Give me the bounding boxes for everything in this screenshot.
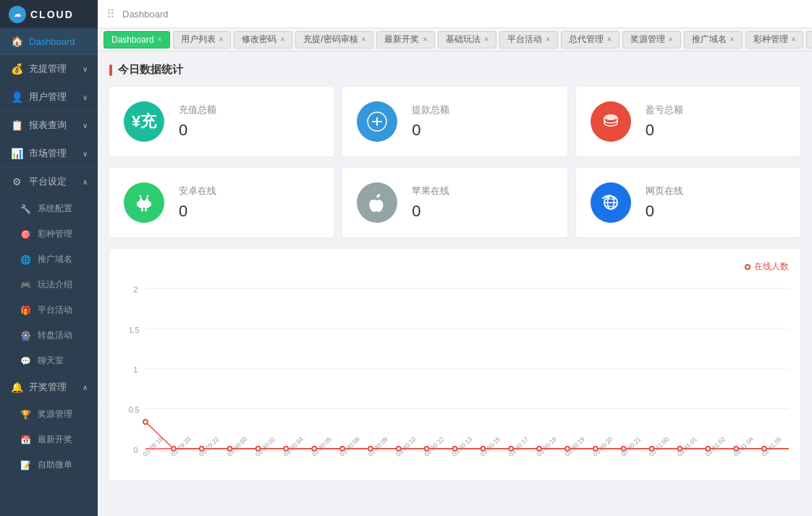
ie-icon <box>591 182 631 223</box>
settings-icon: 🔧 <box>20 204 32 214</box>
sidebar-sub-label: 聊天室 <box>38 355 64 367</box>
tab-close-icon[interactable]: × <box>669 35 673 43</box>
sidebar-sub-label: 奖源管理 <box>38 408 72 420</box>
sidebar-item-draw-mgmt[interactable]: 🔔 开奖管理 ∧ <box>0 373 98 402</box>
stat-card-withdraw: 提款总额 0 <box>342 87 567 156</box>
trophy-icon: 🏆 <box>20 410 32 420</box>
sidebar-item-gameplay[interactable]: 🎮 玩法介绍 <box>0 272 98 297</box>
legend-label: 在线人数 <box>754 261 789 273</box>
topbar: ⠿ Dashboard <box>98 0 812 28</box>
stat-card-apple: 苹果在线 0 <box>342 168 567 237</box>
tab-close-icon[interactable]: × <box>607 35 612 43</box>
sidebar-item-users[interactable]: 👤 用户管理 ∨ <box>0 83 98 111</box>
sidebar-sub-label: 自助微单 <box>38 459 72 471</box>
tab-gameplay[interactable]: 基础玩法 × <box>438 31 496 48</box>
tab-close-icon[interactable]: × <box>792 35 796 43</box>
home-icon: 🏠 <box>10 35 23 47</box>
sidebar-item-market[interactable]: 📊 市场管理 ∨ <box>0 140 98 168</box>
tabbar: Dashboard × 用户列表 × 修改密码 × 充提/密码审核 × 最新开奖… <box>98 28 812 51</box>
sidebar-item-label: 开奖管理 <box>29 381 83 394</box>
svg-text:1.5: 1.5 <box>129 326 140 334</box>
sidebar-sub-label: 最新开奖 <box>38 433 72 446</box>
sidebar-sub-label: 彩种管理 <box>38 228 72 240</box>
sidebar-item-lottery[interactable]: 🎯 彩种管理 <box>0 221 98 247</box>
sidebar-item-latest-draw[interactable]: 📅 最新开奖 <box>0 427 98 452</box>
sidebar-item-promo-domain[interactable]: 🌐 推广域名 <box>0 247 98 272</box>
logo-text: CLOUD <box>30 9 74 20</box>
recharge-label: 充值总额 <box>179 103 216 117</box>
sidebar-item-prize-mgmt[interactable]: 🏆 奖源管理 <box>0 402 98 427</box>
sidebar-item-recharge[interactable]: 💰 充提管理 ∨ <box>0 55 98 83</box>
chevron-down-icon: ∨ <box>83 65 88 73</box>
stat-card-recharge: ¥充 充值总额 0 <box>109 87 334 156</box>
tab-lottery-mgmt[interactable]: 彩种管理 × <box>745 31 804 48</box>
svg-text:0.5: 0.5 <box>129 405 140 414</box>
turntable-icon: 🎡 <box>20 331 32 341</box>
chart-svg: 2 1.5 1 0.5 0 <box>121 279 789 467</box>
recharge-value: 0 <box>179 121 216 140</box>
tab-sys-config[interactable]: 系统配置 × <box>806 31 812 48</box>
sidebar-item-sys-config[interactable]: 🔧 系统配置 <box>0 196 98 221</box>
stat-info-apple: 苹果在线 0 <box>412 185 449 221</box>
stat-info-withdraw: 提款总额 0 <box>412 103 449 140</box>
domain-icon: 🌐 <box>20 255 32 265</box>
tab-latest-draw[interactable]: 最新开奖 × <box>376 31 435 48</box>
sidebar-sub-label: 平台活动 <box>38 304 72 316</box>
tab-change-pwd[interactable]: 修改密码 × <box>234 31 292 48</box>
stats-section: 今日数据统计 ¥充 充值总额 0 <box>109 63 800 237</box>
bell-icon: 🔔 <box>10 381 23 393</box>
user-icon: 👤 <box>10 91 23 103</box>
svg-rect-4 <box>138 200 150 208</box>
sidebar-item-platform[interactable]: ⚙ 平台设定 ∧ <box>0 168 98 196</box>
sidebar-item-turntable[interactable]: 🎡 转盘活动 <box>0 323 98 348</box>
sidebar-item-self-draw[interactable]: 📝 自助微单 <box>0 452 98 478</box>
profit-value: 0 <box>646 121 683 140</box>
tab-agent-mgmt[interactable]: 总代管理 × <box>561 31 619 48</box>
sidebar-item-label: 市场管理 <box>29 147 83 160</box>
svg-point-1 <box>604 114 617 120</box>
svg-rect-6 <box>149 202 151 206</box>
tab-promo-domain[interactable]: 推广域名 × <box>684 31 743 48</box>
tab-platform-act[interactable]: 平台活动 × <box>499 31 558 48</box>
stat-card-profit: 盈亏总额 0 <box>576 87 800 156</box>
sidebar-item-label: 平台设定 <box>29 175 83 188</box>
svg-rect-5 <box>137 202 139 206</box>
chevron-up-icon: ∧ <box>83 178 88 186</box>
tab-users[interactable]: 用户列表 × <box>173 31 232 48</box>
tab-close-icon[interactable]: × <box>423 35 427 43</box>
logo-icon: ☁ <box>9 6 26 23</box>
tab-close-icon[interactable]: × <box>362 35 366 43</box>
tab-close-icon[interactable]: × <box>158 35 162 43</box>
profit-label: 盈亏总额 <box>646 103 683 117</box>
svg-text:03-29:18: 03-29:18 <box>141 435 164 458</box>
tab-close-icon[interactable]: × <box>484 35 489 43</box>
activity-icon: 🎁 <box>20 305 32 316</box>
platform-icon: ⚙ <box>10 176 23 187</box>
lottery-icon: 🎯 <box>20 229 32 240</box>
svg-line-9 <box>140 195 141 198</box>
sidebar-item-label: 用户管理 <box>29 90 83 103</box>
svg-text:2: 2 <box>133 285 138 294</box>
sidebar-item-reports[interactable]: 📋 报表查询 ∨ <box>0 111 98 140</box>
stat-info-recharge: 充值总额 0 <box>179 103 216 140</box>
sidebar-item-chatroom[interactable]: 💬 聊天室 <box>0 348 98 373</box>
tab-prize-mgmt[interactable]: 奖源管理 × <box>622 31 681 48</box>
stat-card-android: 安卓在线 0 <box>109 168 334 237</box>
profit-icon <box>591 101 631 142</box>
tab-close-icon[interactable]: × <box>730 35 735 43</box>
tab-dashboard[interactable]: Dashboard × <box>103 31 170 48</box>
report-icon: 📋 <box>10 119 23 131</box>
tab-close-icon[interactable]: × <box>219 35 224 43</box>
tab-close-icon[interactable]: × <box>280 35 284 43</box>
sidebar-sub-label: 推广域名 <box>38 253 72 266</box>
sidebar-item-dashboard[interactable]: 🏠 Dashboard <box>0 28 98 55</box>
svg-rect-7 <box>141 208 143 211</box>
note-icon: 📝 <box>20 460 32 470</box>
sidebar-item-platform-activity[interactable]: 🎁 平台活动 <box>0 297 98 323</box>
chevron-up-icon: ∧ <box>83 384 88 392</box>
sidebar-sub-label: 玩法介绍 <box>38 279 72 291</box>
tab-recharge-audit[interactable]: 充提/密码审核 × <box>295 31 373 48</box>
tab-close-icon[interactable]: × <box>546 35 550 43</box>
chart-legend: 在线人数 <box>121 261 789 273</box>
main-content: ⠿ Dashboard Dashboard × 用户列表 × 修改密码 × 充提… <box>98 0 812 516</box>
